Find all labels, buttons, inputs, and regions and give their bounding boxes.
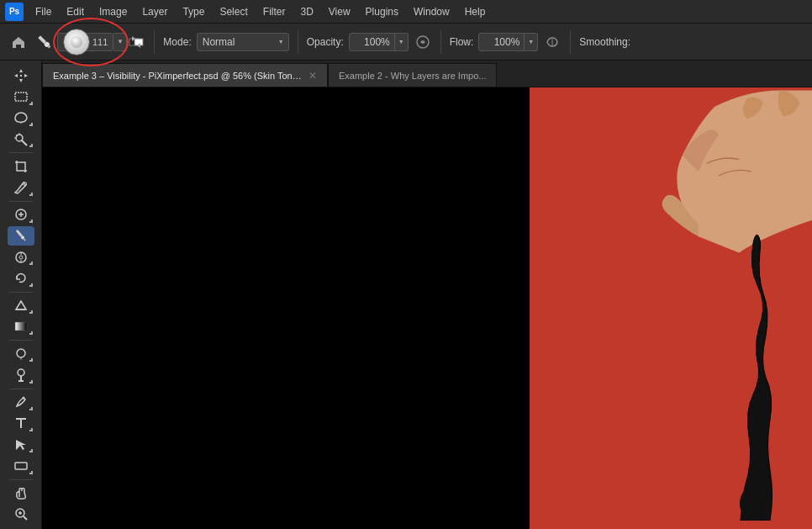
svg-point-31 <box>22 396 24 399</box>
move-tool[interactable] <box>8 66 34 85</box>
svg-line-34 <box>24 516 27 520</box>
ps-logo: Ps <box>5 3 24 21</box>
tool-corner-15 <box>29 471 33 474</box>
pen-tool[interactable] <box>8 392 34 411</box>
tool-separator-5 <box>9 389 33 389</box>
type-tool[interactable] <box>8 414 34 433</box>
tool-separator-2 <box>9 201 33 202</box>
tool-corner-13 <box>29 428 33 431</box>
crop-tool[interactable] <box>8 156 34 176</box>
menu-image[interactable]: Image <box>92 3 134 20</box>
tool-separator-4 <box>9 340 33 341</box>
brush-tool-icon[interactable] <box>35 33 54 51</box>
tool-corner-5 <box>29 220 33 223</box>
canvas-content <box>42 87 812 529</box>
snake-shape <box>686 235 787 521</box>
brush-size-display[interactable]: 111 <box>57 33 113 51</box>
menu-window[interactable]: Window <box>407 3 456 20</box>
svg-line-9 <box>22 140 27 145</box>
hand-image <box>585 87 812 256</box>
history-brush-tool[interactable] <box>8 268 34 288</box>
svg-rect-8 <box>15 93 27 101</box>
tab-0[interactable]: Example 3 – Visibility - PiXimperfect.ps… <box>42 63 328 87</box>
tool-corner-6 <box>29 262 33 265</box>
smoothing-label: Smoothing: <box>579 36 630 48</box>
brush-menu-toggle[interactable]: ▼ <box>113 33 127 51</box>
tab-1[interactable]: Example 2 - Why Layers are Impo... <box>328 63 497 87</box>
shape-tool[interactable] <box>8 456 34 475</box>
menu-file[interactable]: File <box>29 3 58 20</box>
brush-size-value: 111 <box>92 37 108 47</box>
tabs-bar: Example 3 – Visibility - PiXimperfect.ps… <box>42 61 812 87</box>
brush-preset-area: 111 ▼ <box>35 33 145 51</box>
canvas-image-area <box>530 87 812 529</box>
brush-tool-btn[interactable] <box>8 226 34 246</box>
menu-view[interactable]: View <box>322 3 357 20</box>
svg-point-27 <box>17 349 25 357</box>
menu-filter[interactable]: Filter <box>256 3 293 20</box>
zoom-tool[interactable] <box>8 505 34 524</box>
tool-corner-3 <box>29 144 33 147</box>
tab-0-label: Example 3 – Visibility - PiXimperfect.ps… <box>53 71 302 81</box>
flow-airbrush-toggle[interactable] <box>543 33 562 51</box>
hand-tool[interactable] <box>8 483 34 502</box>
tool-corner-2 <box>29 123 33 126</box>
menu-edit[interactable]: Edit <box>60 3 91 20</box>
tool-separator-1 <box>9 152 33 153</box>
opacity-dropdown[interactable]: ▼ <box>395 33 409 51</box>
tool-corner-14 <box>29 449 33 452</box>
rectangular-marquee-tool[interactable] <box>8 87 34 106</box>
separator-1 <box>154 30 155 54</box>
tool-corner <box>29 102 33 105</box>
menu-select[interactable]: Select <box>213 3 254 20</box>
svg-point-37 <box>740 485 770 521</box>
document-canvas[interactable] <box>42 87 812 529</box>
brush-preset-button[interactable] <box>63 29 90 56</box>
menu-plugins[interactable]: Plugins <box>359 3 405 20</box>
swap-colors-button[interactable] <box>127 33 145 51</box>
svg-rect-32 <box>15 463 27 469</box>
lasso-tool[interactable] <box>8 108 34 128</box>
tool-corner-11 <box>29 380 33 384</box>
options-bar: 111 ▼ Mode: Normal Dissolve Multiply Scr… <box>0 24 812 61</box>
eraser-tool[interactable] <box>8 295 34 315</box>
opacity-input[interactable] <box>349 33 395 51</box>
svg-point-22 <box>19 256 23 259</box>
blur-tool[interactable] <box>8 344 34 363</box>
menu-layer[interactable]: Layer <box>135 3 174 20</box>
menu-3d[interactable]: 3D <box>293 3 319 20</box>
eyedropper-tool[interactable] <box>8 177 34 197</box>
mode-label: Mode: <box>163 36 191 48</box>
menu-bar: Ps File Edit Image Layer Type Select Fil… <box>0 0 812 24</box>
left-tool-panel <box>0 61 42 529</box>
menu-type[interactable]: Type <box>176 3 211 20</box>
canvas-black-area <box>42 87 530 529</box>
separator-3 <box>440 30 441 54</box>
clone-stamp-tool[interactable] <box>8 247 34 267</box>
airbrush-toggle[interactable] <box>414 33 432 51</box>
separator-2 <box>298 30 298 54</box>
menu-help[interactable]: Help <box>458 3 493 20</box>
tool-corner-8 <box>29 310 33 314</box>
home-button[interactable] <box>7 30 30 54</box>
flow-dropdown[interactable]: ▼ <box>525 33 538 51</box>
svg-rect-7 <box>20 75 22 77</box>
flow-input[interactable] <box>478 33 525 51</box>
opacity-label: Opacity: <box>307 36 344 48</box>
tool-corner-10 <box>29 358 33 362</box>
tool-corner-12 <box>29 407 33 410</box>
svg-point-28 <box>18 369 24 376</box>
svg-rect-18 <box>15 230 22 237</box>
tool-corner-7 <box>29 283 33 287</box>
path-select-tool[interactable] <box>8 435 34 454</box>
mode-select-wrapper[interactable]: Normal Dissolve Multiply Screen Overlay <box>197 33 289 51</box>
canvas-area: Example 3 – Visibility - PiXimperfect.ps… <box>42 61 812 529</box>
magic-wand-tool[interactable] <box>8 130 34 149</box>
healing-brush-tool[interactable] <box>8 204 34 224</box>
tool-separator-3 <box>9 292 33 293</box>
gradient-tool[interactable] <box>8 317 34 336</box>
dodge-tool[interactable] <box>8 365 34 384</box>
tab-1-label: Example 2 - Why Layers are Impo... <box>339 71 486 81</box>
mode-select[interactable]: Normal Dissolve Multiply Screen Overlay <box>197 33 289 51</box>
tab-0-close[interactable]: ✕ <box>308 70 317 82</box>
